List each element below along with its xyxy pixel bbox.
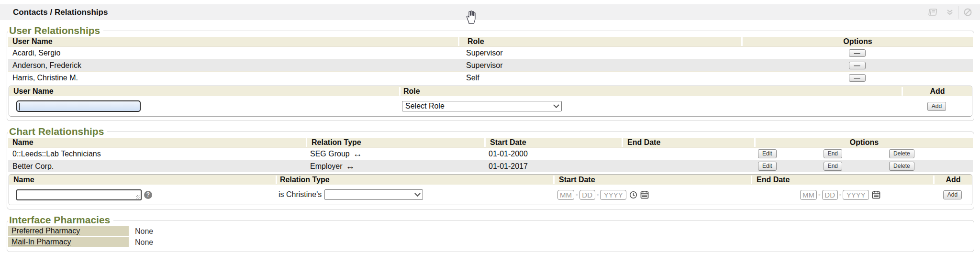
interface-pharmacies-legend: Interface Pharmacies	[8, 214, 113, 226]
user-name-input[interactable]	[16, 100, 141, 112]
book-icon[interactable]	[924, 8, 941, 16]
date-separator: -	[839, 191, 842, 198]
column-header-role: Role	[399, 87, 902, 96]
date-separator: -	[597, 191, 599, 198]
table-header-row: User Name Role Options	[8, 37, 973, 46]
preferred-pharmacy-value: None	[135, 227, 153, 236]
column-header-role: Role	[458, 37, 741, 46]
table-row: Better Corp. Employer ↔ 01-01-2017 Edit …	[8, 160, 973, 172]
calendar-icon[interactable]	[640, 190, 649, 199]
bidirectional-arrow-icon: ↔	[353, 149, 362, 158]
titlebar-actions	[924, 4, 976, 20]
add-user-relationship-button[interactable]: Add	[927, 102, 946, 111]
column-header-user-name: User Name	[9, 87, 399, 96]
mouse-cursor-pointer	[465, 10, 478, 24]
role-cell: Supervisor	[458, 61, 741, 70]
column-header-relation-type: Relation Type	[306, 138, 484, 147]
role-select-value: Select Role	[405, 102, 445, 110]
end-day-input[interactable]: DD	[822, 190, 838, 200]
column-header-end-date: End Date	[622, 138, 754, 147]
form-header-row: User Name Role Add	[9, 86, 972, 96]
relation-type-cell: Employer ↔	[306, 162, 484, 171]
add-chart-relationship-form: Name Relation Type Start Date End Date A…	[9, 174, 972, 205]
relation-type-cell: SEG Group ↔	[306, 149, 484, 158]
chart-name-input[interactable]	[16, 189, 142, 200]
mail-in-pharmacy-value: None	[135, 238, 153, 247]
column-header-name: Name	[9, 176, 276, 184]
circle-slash-icon[interactable]	[959, 8, 976, 16]
form-header-row: Name Relation Type Start Date End Date A…	[9, 175, 972, 185]
calendar-icon[interactable]	[872, 190, 880, 199]
column-header-options: Options	[741, 37, 973, 46]
date-separator: -	[576, 191, 578, 198]
start-year-input[interactable]: YYYY	[600, 190, 626, 200]
delete-relationship-button[interactable]: Delete	[889, 149, 914, 158]
column-header-start-date: Start Date	[484, 138, 622, 147]
form-input-row: ? is Christine's MM - DD - YYYY	[9, 185, 972, 205]
chart-relationships-legend: Chart Relationships	[8, 126, 107, 137]
relation-type-select[interactable]	[324, 189, 423, 200]
user-name-cell: Acardi, Sergio	[8, 49, 458, 57]
delete-relationship-button[interactable]: Delete	[889, 162, 914, 171]
relation-type-text: Employer	[310, 162, 343, 171]
column-header-user-name: User Name	[8, 37, 458, 46]
role-select[interactable]: Select Role	[402, 101, 562, 111]
section-chart-relationships: Chart Relationships Name Relation Type S…	[7, 126, 974, 209]
contacts-relationships-page: Contacts / Relationships	[0, 4, 980, 253]
form-input-row: Select Role Add	[9, 96, 972, 116]
start-date-cell: 01-01-2017	[484, 162, 622, 171]
resize-grip[interactable]	[136, 195, 140, 199]
chart-relationships-table: Name Relation Type Start Date End Date O…	[8, 138, 973, 172]
column-header-end-date: End Date	[751, 176, 933, 184]
section-interface-pharmacies: Interface Pharmacies Preferred Pharmacy …	[7, 214, 974, 252]
start-date-group: MM - DD - YYYY	[557, 190, 649, 200]
end-month-input[interactable]: MM	[800, 190, 817, 200]
text-caret	[19, 103, 20, 110]
preferred-pharmacy-link[interactable]: Preferred Pharmacy	[8, 226, 129, 236]
column-header-add: Add	[933, 176, 972, 184]
date-separator: -	[818, 191, 821, 198]
start-date-cell: 01-01-2000	[484, 150, 622, 158]
remove-user-relationship-button[interactable]: —	[849, 74, 866, 82]
role-cell: Self	[458, 74, 741, 82]
relation-type-text: SEG Group	[310, 150, 350, 158]
end-relationship-button[interactable]: End	[824, 149, 842, 158]
start-month-input[interactable]: MM	[557, 190, 574, 200]
help-icon[interactable]: ?	[144, 191, 152, 199]
table-row: Harris, Christine M. Self —	[8, 71, 973, 84]
end-date-group: MM - DD - YYYY	[800, 190, 880, 200]
column-header-start-date: Start Date	[553, 176, 751, 184]
chevron-down-icon	[414, 190, 421, 197]
table-row: Anderson, Frederick Supervisor —	[8, 59, 973, 71]
remove-user-relationship-button[interactable]: —	[849, 62, 866, 69]
end-relationship-button[interactable]: End	[824, 162, 842, 171]
user-relationships-legend: User Relationships	[8, 25, 103, 36]
column-header-options: Options	[754, 138, 973, 147]
column-header-relation-type: Relation Type	[276, 176, 553, 184]
start-day-input[interactable]: DD	[579, 190, 595, 200]
pharmacy-row: Preferred Pharmacy None	[8, 226, 973, 236]
double-chevron-down-icon[interactable]	[941, 9, 958, 16]
end-year-input[interactable]: YYYY	[843, 190, 869, 200]
name-cell: 0::Leeds::Lab Technicians	[8, 150, 306, 158]
table-row: Acardi, Sergio Supervisor —	[8, 46, 973, 59]
remove-user-relationship-button[interactable]: —	[849, 49, 866, 57]
user-name-cell: Harris, Christine M.	[8, 74, 458, 82]
section-user-relationships: User Relationships User Name Role Option…	[7, 25, 974, 121]
add-chart-relationship-button[interactable]: Add	[943, 190, 962, 199]
page-title: Contacts / Relationships	[13, 8, 108, 17]
mail-in-pharmacy-link[interactable]: Mail-In Pharmacy	[8, 237, 129, 247]
edit-relationship-button[interactable]: Edit	[758, 162, 777, 171]
user-relationships-table: User Name Role Options Acardi, Sergio Su…	[8, 37, 973, 84]
column-header-name: Name	[8, 138, 306, 147]
relation-prefix-label: is Christine's	[278, 190, 322, 199]
table-header-row: Name Relation Type Start Date End Date O…	[8, 138, 973, 147]
edit-relationship-button[interactable]: Edit	[758, 149, 777, 158]
chevron-down-icon	[553, 102, 559, 108]
add-user-relationship-form: User Name Role Add Select Role Ad	[9, 86, 972, 117]
user-name-cell: Anderson, Frederick	[8, 61, 458, 70]
name-cell: Better Corp.	[8, 162, 306, 171]
clock-icon[interactable]	[629, 191, 637, 199]
titlebar: Contacts / Relationships	[0, 4, 980, 20]
role-cell: Supervisor	[458, 49, 741, 57]
